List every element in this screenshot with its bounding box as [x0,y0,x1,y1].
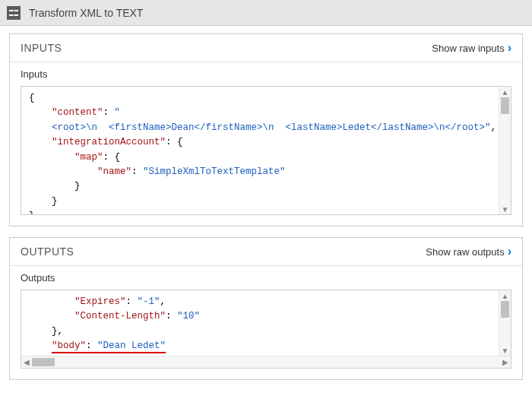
chevron-right-icon: › [508,42,511,54]
show-raw-outputs-link[interactable]: Show raw outputs › [426,245,511,258]
inputs-panel: INPUTS Show raw inputs › Inputs { "conte… [9,33,523,226]
outputs-section-label: Outputs [10,266,522,287]
svg-rect-0 [7,6,21,20]
inputs-code-box[interactable]: { "content": " <root>\n <firstName>Dean<… [21,86,511,215]
outputs-code-box[interactable]: "Expires": "-1", "Content-Length": "10" … [21,290,511,369]
inputs-panel-header: INPUTS Show raw inputs › [10,34,522,62]
inputs-vertical-scrollbar[interactable]: ▲ ▼ [499,87,511,214]
title-text: Transform XML to TEXT [29,7,143,19]
scroll-thumb[interactable] [501,301,509,318]
title-bar: Transform XML to TEXT [0,0,532,26]
transform-icon [6,5,21,21]
outputs-panel-title: OUTPUTS [21,245,74,258]
show-raw-outputs-label: Show raw outputs [426,246,504,258]
scroll-up-icon[interactable]: ▲ [499,290,511,301]
scroll-thumb[interactable] [32,358,55,366]
scroll-down-icon[interactable]: ▼ [499,204,511,214]
scroll-left-icon[interactable]: ◀ [21,358,32,366]
outputs-vertical-scrollbar[interactable]: ▲ ▼ [499,290,511,356]
scroll-right-icon[interactable]: ▶ [500,358,511,366]
scroll-up-icon[interactable]: ▲ [499,87,511,97]
inputs-panel-title: INPUTS [21,42,62,54]
inputs-section-label: Inputs [10,62,522,83]
inputs-code: { "content": " <root>\n <firstName>Dean<… [21,87,511,214]
chevron-right-icon: › [508,245,511,258]
show-raw-inputs-link[interactable]: Show raw inputs › [432,42,511,54]
scroll-thumb[interactable] [501,97,509,114]
scroll-down-icon[interactable]: ▼ [499,345,511,356]
outputs-horizontal-scrollbar[interactable]: ◀ ▶ [21,356,511,368]
show-raw-inputs-label: Show raw inputs [432,43,504,54]
outputs-panel: OUTPUTS Show raw outputs › Outputs "Expi… [9,237,523,380]
outputs-panel-header: OUTPUTS Show raw outputs › [10,238,522,266]
